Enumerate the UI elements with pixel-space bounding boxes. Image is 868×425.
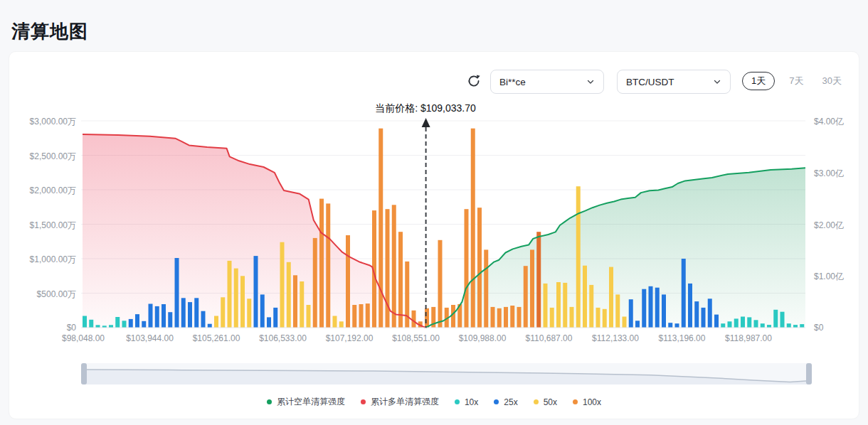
range-button-7d[interactable]: 7天	[785, 72, 808, 90]
range-slider-handle-right[interactable]	[806, 363, 812, 384]
left-y-axis-label: $1,500.00万	[11, 220, 76, 232]
legend-label: 10x	[465, 397, 478, 407]
legend-dot-icon	[361, 399, 366, 404]
legend-item[interactable]: 25x	[494, 397, 517, 407]
liquidation-map-card: Bi**ce BTC/USDT 1天 7天 30天 当前价格: $109,033…	[9, 51, 859, 419]
range-slider-handle-left[interactable]	[81, 363, 87, 384]
x-axis-label: $105,261.00	[193, 333, 240, 343]
left-y-axis-label: $2,000.00万	[11, 185, 76, 197]
left-y-axis-label: $1,000.00万	[11, 254, 76, 266]
legend-item[interactable]: 100x	[573, 397, 601, 407]
legend-dot-icon	[534, 399, 539, 404]
left-y-axis-label: $2,500.00万	[11, 151, 76, 163]
legend-dot-icon	[573, 399, 578, 404]
chart-legend: 累计空单清算强度累计多单清算强度10x25x50x100x	[9, 396, 859, 408]
x-axis-label: $108,551.00	[392, 333, 440, 343]
exchange-select[interactable]: Bi**ce	[490, 70, 604, 94]
legend-item[interactable]: 50x	[534, 397, 557, 407]
x-axis-label: $110,687.00	[526, 333, 573, 343]
liquidation-map-page: { "page": { "title": "清算地图" }, "toolbar"…	[0, 0, 868, 425]
legend-label: 累计空单清算强度	[277, 396, 345, 408]
page-title: 清算地图	[11, 19, 88, 44]
right-y-axis-label: $1.00亿	[814, 271, 844, 283]
x-axis-label: $106,533.00	[259, 333, 307, 343]
right-y-axis-label: $3.00亿	[814, 168, 844, 180]
x-axis-label: $112,133.00	[592, 333, 639, 343]
left-y-axis-label: $500.00万	[11, 289, 76, 301]
chart-range-slider[interactable]	[81, 363, 812, 384]
legend-label: 累计多单清算强度	[371, 396, 439, 408]
left-y-axis-label: $0	[11, 323, 76, 333]
x-axis-label: $118,987.00	[725, 333, 772, 343]
legend-label: 50x	[544, 397, 557, 407]
right-y-axis-label: $4.00亿	[814, 116, 844, 128]
range-button-30d[interactable]: 30天	[817, 72, 845, 90]
chevron-down-icon	[586, 77, 595, 86]
legend-label: 25x	[504, 397, 517, 407]
legend-dot-icon	[494, 399, 499, 404]
legend-dot-icon	[267, 399, 272, 404]
right-y-axis-label: $0	[814, 323, 823, 333]
x-axis-label: $107,192.00	[326, 333, 374, 343]
legend-dot-icon	[455, 399, 460, 404]
right-y-axis-label: $2.00亿	[814, 220, 844, 232]
x-axis-label: $113,196.00	[659, 333, 706, 343]
current-price-label: 当前价格: $109,033.70	[375, 102, 476, 115]
refresh-button[interactable]	[465, 73, 482, 90]
legend-item[interactable]: 累计多单清算强度	[361, 396, 439, 408]
legend-item[interactable]: 10x	[455, 397, 478, 407]
refresh-icon	[466, 73, 482, 89]
pair-select-value: BTC/USDT	[626, 77, 674, 87]
pair-select[interactable]: BTC/USDT	[617, 70, 731, 94]
x-axis-label: $98,048.00	[62, 333, 105, 343]
legend-item[interactable]: 累计空单清算强度	[267, 396, 345, 408]
chevron-down-icon	[713, 77, 721, 86]
range-button-1d[interactable]: 1天	[742, 72, 775, 90]
liquidation-chart[interactable]	[81, 114, 805, 329]
time-range-group: 1天 7天 30天	[742, 72, 846, 90]
left-y-axis-label: $3,000.00万	[11, 116, 76, 128]
x-axis-label: $109,988.00	[459, 333, 507, 343]
x-axis-label: $103,944.00	[126, 333, 174, 343]
legend-label: 100x	[583, 397, 601, 407]
exchange-select-value: Bi**ce	[499, 77, 526, 87]
